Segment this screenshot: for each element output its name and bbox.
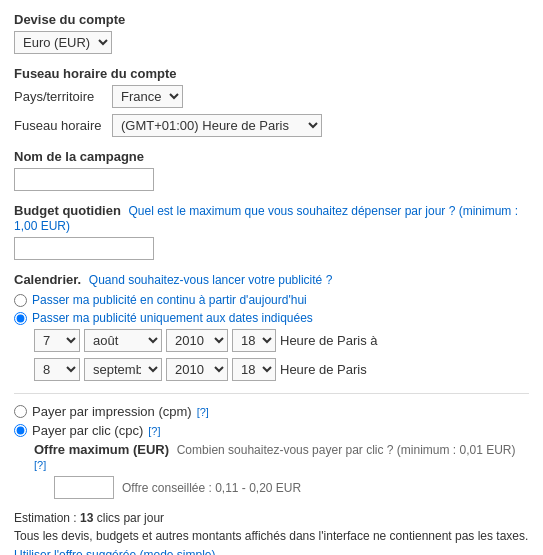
date2-row: 8 septembre 2010 18 Heure de Paris — [34, 358, 529, 381]
calendrier-section: Calendrier. Quand souhaitez-vous lancer … — [14, 272, 529, 381]
calendrier-option1-text: Passer ma publicité en continu à partir … — [32, 293, 307, 307]
link-suggested-offer[interactable]: Utiliser l'offre suggérée (mode simple) — [14, 548, 215, 555]
tz-label: Fuseau horaire — [14, 118, 104, 133]
calendrier-header: Calendrier. Quand souhaitez-vous lancer … — [14, 272, 529, 287]
date2-suffix: Heure de Paris — [280, 362, 367, 377]
date1-suffix: Heure de Paris à — [280, 333, 378, 348]
offre-help[interactable]: [?] — [34, 459, 46, 471]
offre-input-row: 0,15 Offre conseillée : 0,11 - 0,20 EUR — [54, 476, 529, 499]
pays-row: Pays/territoire France — [14, 85, 529, 108]
divider1 — [14, 393, 529, 394]
paiement-option1-text: Payer par impression (cpm) — [32, 404, 192, 419]
link-container: Utiliser l'offre suggérée (mode simple) — [14, 547, 529, 555]
offre-label: Offre maximum (EUR) — [34, 442, 169, 457]
calendrier-radio1[interactable] — [14, 294, 27, 307]
campagne-input[interactable]: Football Paris 01 — [14, 168, 154, 191]
taxes-notice: Tous les devis, budgets et autres montan… — [14, 529, 529, 543]
tz-row: Fuseau horaire (GMT+01:00) Heure de Pari… — [14, 114, 529, 137]
campagne-label: Nom de la campagne — [14, 149, 529, 164]
fuseau-label: Fuseau horaire du compte — [14, 66, 529, 81]
devise-label: Devise du compte — [14, 12, 529, 27]
date1-year-select[interactable]: 2010 — [166, 329, 228, 352]
estimation-row: Estimation : 13 clics par jour — [14, 511, 529, 525]
date2-day-select[interactable]: 8 — [34, 358, 80, 381]
date1-hour-select[interactable]: 18 — [232, 329, 276, 352]
budget-section: Budget quotidien Quel est le maximum que… — [14, 203, 529, 260]
pays-label: Pays/territoire — [14, 89, 104, 104]
paiement-section: Payer par impression (cpm) [?] Payer par… — [14, 404, 529, 499]
date2-year-select[interactable]: 2010 — [166, 358, 228, 381]
offre-container: Offre maximum (EUR) Combien souhaitez-vo… — [34, 442, 529, 499]
calendrier-option2-text: Passer ma publicité uniquement aux dates… — [32, 311, 313, 325]
campagne-section: Nom de la campagne Football Paris 01 — [14, 149, 529, 191]
date2-hour-select[interactable]: 18 — [232, 358, 276, 381]
paiement-option2-row: Payer par clic (cpc) [?] — [14, 423, 529, 438]
date1-day-select[interactable]: 7 — [34, 329, 80, 352]
pays-select[interactable]: France — [112, 85, 183, 108]
devise-select[interactable]: Euro (EUR) — [14, 31, 112, 54]
estimation-label: Estimation : — [14, 511, 80, 525]
budget-header: Budget quotidien Quel est le maximum que… — [14, 203, 529, 233]
calendrier-option2-row: Passer ma publicité uniquement aux dates… — [14, 311, 529, 325]
paiement-radio2[interactable] — [14, 424, 27, 437]
paiement-radio1[interactable] — [14, 405, 27, 418]
budget-input[interactable]: 10,00 — [14, 237, 154, 260]
fuseau-section: Fuseau horaire du compte Pays/territoire… — [14, 66, 529, 137]
paiement-option1-row: Payer par impression (cpm) [?] — [14, 404, 529, 419]
paiement-help2[interactable]: [?] — [148, 425, 160, 437]
tz-select[interactable]: (GMT+01:00) Heure de Paris — [112, 114, 322, 137]
date1-row: 7 août 2010 18 Heure de Paris à — [34, 329, 529, 352]
devise-section: Devise du compte Euro (EUR) — [14, 12, 529, 54]
estimation-value: 13 — [80, 511, 93, 525]
paiement-option2-text: Payer par clic (cpc) — [32, 423, 143, 438]
date2-month-select[interactable]: septembre — [84, 358, 162, 381]
date1-month-select[interactable]: août — [84, 329, 162, 352]
paiement-help1[interactable]: [?] — [197, 406, 209, 418]
offre-conseil: Offre conseillée : 0,11 - 0,20 EUR — [122, 481, 301, 495]
offre-header: Offre maximum (EUR) Combien souhaitez-vo… — [34, 442, 529, 472]
calendrier-hint: Quand souhaitez-vous lancer votre public… — [89, 273, 332, 287]
offre-input[interactable]: 0,15 — [54, 476, 114, 499]
calendrier-option1-row: Passer ma publicité en continu à partir … — [14, 293, 529, 307]
calendrier-radio2[interactable] — [14, 312, 27, 325]
estimation-suffix: clics par jour — [93, 511, 164, 525]
budget-label: Budget quotidien — [14, 203, 121, 218]
offre-hint: Combien souhaitez-vous payer par clic ? … — [177, 443, 516, 457]
calendrier-label: Calendrier. — [14, 272, 81, 287]
